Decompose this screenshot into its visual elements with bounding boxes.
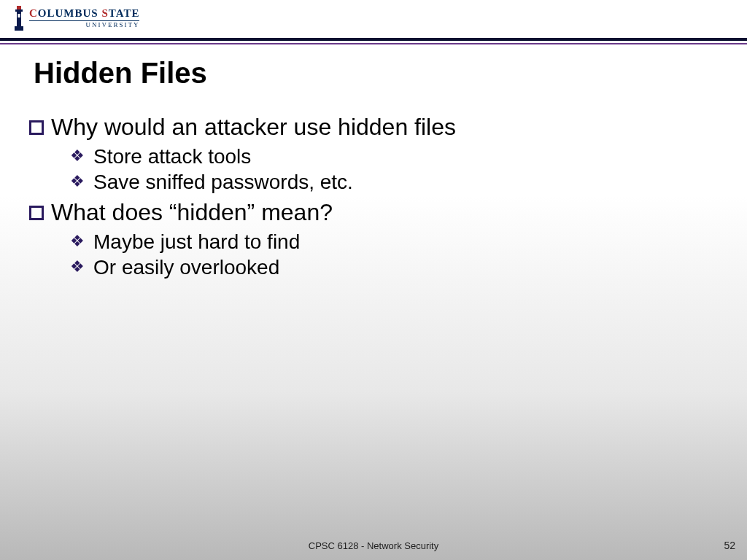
bullet-level1: Why would an attacker use hidden files [29,114,718,141]
header-rule-accent [0,43,747,44]
bullet-text: Why would an attacker use hidden files [51,114,456,141]
diamond-bullet-icon: ❖ [70,148,85,164]
logo-word-olumbus: OLUMBUS [38,7,102,19]
logo-letter-s: S [101,7,108,19]
bullet-level2: ❖ Save sniffed passwords, etc. [70,169,718,195]
bullet-text: Or easily overlooked [93,254,279,280]
logo-letter-c: C [29,7,38,19]
slide-title: Hidden Files [34,57,207,90]
square-bullet-icon [29,206,44,220]
bullet-sublist: ❖ Maybe just hard to find ❖ Or easily ov… [70,229,718,280]
slide-content: Why would an attacker use hidden files ❖… [29,109,718,280]
svg-rect-4 [18,14,20,18]
bullet-text: Store attack tools [93,144,251,169]
header-rule-dark [0,38,747,41]
bullet-level2: ❖ Or easily overlooked [70,254,718,280]
diamond-bullet-icon: ❖ [70,174,85,190]
svg-rect-1 [15,9,23,12]
bullet-sublist: ❖ Store attack tools ❖ Save sniffed pass… [70,144,718,195]
bullet-level2: ❖ Store attack tools [70,144,718,169]
svg-rect-3 [15,26,23,31]
university-logo: COLUMBUS STATE UNIVERSITY [13,4,734,32]
slide: COLUMBUS STATE UNIVERSITY Hidden Files W… [0,0,747,560]
bullet-level1: What does “hidden” mean? [29,199,718,226]
logo-subtitle: UNIVERSITY [29,20,139,28]
svg-rect-0 [17,6,21,9]
page-number: 52 [724,540,735,551]
bullet-level2: ❖ Maybe just hard to find [70,229,718,254]
logo-word-tate: TATE [109,7,140,19]
bullet-text: Maybe just hard to find [93,229,300,254]
bullet-text: Save sniffed passwords, etc. [93,169,353,195]
diamond-bullet-icon: ❖ [70,259,85,275]
slide-header: COLUMBUS STATE UNIVERSITY [0,0,747,41]
logo-text: COLUMBUS STATE UNIVERSITY [29,8,139,28]
square-bullet-icon [29,120,44,135]
diamond-bullet-icon: ❖ [70,233,85,249]
logo-name: COLUMBUS STATE [29,8,139,19]
slide-footer: CPSC 6128 - Network Security [0,540,747,551]
bullet-text: What does “hidden” mean? [51,199,333,226]
tower-icon [13,4,25,32]
